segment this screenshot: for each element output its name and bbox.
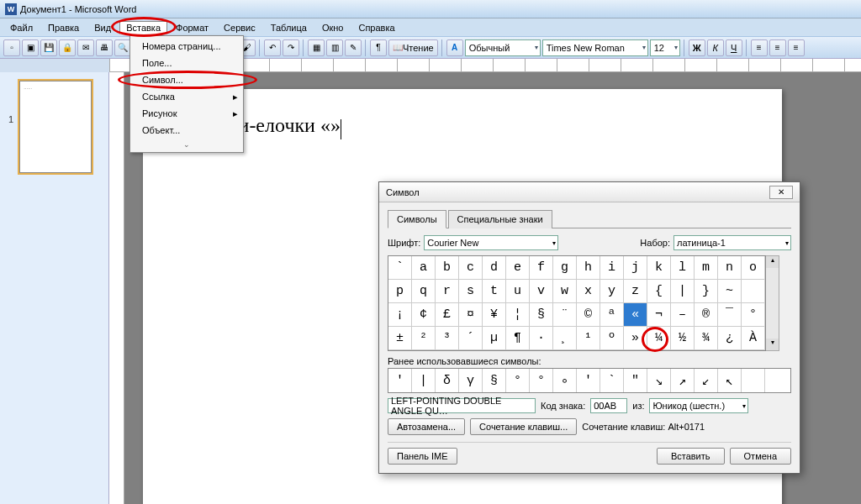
symbol-cell[interactable]: [742, 280, 765, 303]
menu-table[interactable]: Таблица: [264, 21, 314, 34]
menu-item-picture[interactable]: Рисунок▸: [130, 105, 243, 122]
symbol-cell[interactable]: ½: [671, 327, 695, 350]
symbol-cell[interactable]: µ: [483, 327, 506, 350]
symbol-cell[interactable]: l: [671, 256, 695, 280]
symbol-cell[interactable]: w: [553, 280, 577, 303]
read-button[interactable]: 📖 Чтение: [388, 39, 438, 56]
from-combo[interactable]: Юникод (шестн.): [649, 398, 748, 413]
recent-symbol-cell[interactable]: `: [600, 369, 624, 392]
symbol-cell[interactable]: f: [530, 256, 553, 280]
menu-file[interactable]: Файл: [3, 21, 40, 34]
symbol-cell[interactable]: `: [388, 256, 412, 280]
symbol-scrollbar[interactable]: ▴▾: [766, 255, 779, 351]
cancel-button[interactable]: Отмена: [730, 448, 791, 465]
symbol-cell[interactable]: e: [506, 256, 530, 280]
symbol-cell[interactable]: j: [624, 256, 647, 280]
recent-symbol-cell[interactable]: γ: [459, 369, 483, 392]
new-icon[interactable]: ▫: [3, 39, 20, 56]
code-input[interactable]: 00AB: [590, 398, 627, 413]
symbol-cell[interactable]: ¢: [412, 303, 436, 327]
redo-icon[interactable]: ↷: [283, 39, 299, 56]
recent-symbol-cell[interactable]: ∘: [553, 369, 577, 392]
recent-symbol-cell[interactable]: ″: [624, 369, 647, 392]
size-combo[interactable]: 12: [650, 39, 680, 56]
menu-view[interactable]: Вид: [87, 21, 118, 34]
symbol-cell[interactable]: ¿: [718, 327, 742, 350]
insert-menu-dropdown[interactable]: Номера страниц... Поле... Символ... Ссыл…: [129, 35, 244, 153]
symbol-cell[interactable]: v: [530, 280, 553, 303]
symbol-cell[interactable]: c: [459, 256, 483, 280]
insert-button[interactable]: Вставить: [657, 448, 725, 465]
symbol-cell[interactable]: s: [459, 280, 483, 303]
table-icon[interactable]: ▦: [308, 39, 325, 56]
underline-button[interactable]: Ч: [726, 39, 742, 56]
recent-symbol-cell[interactable]: |: [412, 369, 436, 392]
menu-expand-icon[interactable]: ⌄: [130, 139, 243, 150]
preview-icon[interactable]: 🔍: [114, 39, 131, 56]
menu-item-page-numbers[interactable]: Номера страниц...: [130, 38, 243, 55]
symbol-cell[interactable]: ¯: [718, 303, 742, 327]
symbol-cell[interactable]: p: [388, 280, 412, 303]
recent-symbol-cell[interactable]: ′: [577, 369, 600, 392]
align-right-icon[interactable]: ≡: [788, 39, 805, 56]
menu-window[interactable]: Окно: [315, 21, 351, 34]
recent-symbols[interactable]: ′|δγ§°°∘′`″↘↗↙↖: [388, 368, 791, 393]
recent-symbol-cell[interactable]: ↗: [671, 369, 695, 392]
print-icon[interactable]: 🖶: [96, 39, 113, 56]
symbol-cell[interactable]: k: [647, 256, 671, 280]
symbol-cell[interactable]: m: [695, 256, 718, 280]
style-combo[interactable]: Обычный: [465, 39, 541, 56]
menu-item-object[interactable]: Объект...: [130, 122, 243, 139]
columns-icon[interactable]: ▥: [326, 39, 343, 56]
bold-button[interactable]: Ж: [689, 39, 705, 56]
symbol-cell[interactable]: y: [600, 280, 624, 303]
recent-symbol-cell[interactable]: ↖: [718, 369, 742, 392]
symbol-cell[interactable]: {: [647, 280, 671, 303]
symbol-cell[interactable]: §: [530, 303, 553, 327]
symbol-cell[interactable]: ª: [600, 303, 624, 327]
symbol-cell[interactable]: –: [671, 303, 695, 327]
symbol-cell[interactable]: ¶: [506, 327, 530, 350]
symbol-cell[interactable]: o: [742, 256, 765, 280]
symbol-cell[interactable]: ¾: [695, 327, 718, 350]
align-left-icon[interactable]: ≡: [751, 39, 768, 56]
menu-item-symbol[interactable]: Символ...: [130, 71, 243, 88]
menu-format[interactable]: Формат: [169, 21, 215, 34]
recent-symbol-cell[interactable]: §: [483, 369, 506, 392]
symbol-cell[interactable]: ¤: [459, 303, 483, 327]
permissions-icon[interactable]: 🔒: [59, 39, 76, 56]
autocorrect-button[interactable]: Автозамена...: [388, 418, 465, 435]
undo-icon[interactable]: ↶: [264, 39, 281, 56]
menubar[interactable]: Файл Правка Вид Вставка Формат Сервис Та…: [0, 18, 861, 37]
symbol-cell[interactable]: «: [624, 303, 647, 327]
symbol-cell[interactable]: b: [436, 256, 459, 280]
pilcrow-icon[interactable]: ¶: [370, 39, 387, 56]
symbol-cell[interactable]: ·: [530, 327, 553, 350]
symbol-cell[interactable]: ¬: [647, 303, 671, 327]
symbol-cell[interactable]: ±: [388, 327, 412, 350]
recent-symbol-cell[interactable]: °: [530, 369, 553, 392]
ime-button[interactable]: Панель IME: [388, 448, 457, 465]
symbol-cell[interactable]: ¨: [553, 303, 577, 327]
save-icon[interactable]: 💾: [40, 39, 57, 56]
menu-insert[interactable]: Вставка: [119, 21, 167, 34]
align-center-icon[interactable]: ≡: [769, 39, 786, 56]
symbol-cell[interactable]: t: [483, 280, 506, 303]
menu-help[interactable]: Справка: [351, 21, 401, 34]
font-combo[interactable]: Times New Roman: [542, 39, 648, 56]
symbol-cell[interactable]: g: [553, 256, 577, 280]
symbol-cell[interactable]: x: [577, 280, 600, 303]
recent-symbol-cell[interactable]: ↙: [695, 369, 718, 392]
tab-symbols[interactable]: Символы: [388, 210, 446, 228]
recent-symbol-cell[interactable]: δ: [436, 369, 459, 392]
symbol-cell[interactable]: r: [436, 280, 459, 303]
symbol-cell[interactable]: ¼: [647, 327, 671, 350]
symbol-cell[interactable]: ¥: [483, 303, 506, 327]
symbol-cell[interactable]: n: [718, 256, 742, 280]
styles-icon[interactable]: A: [446, 39, 463, 56]
symbol-cell[interactable]: u: [506, 280, 530, 303]
menu-edit[interactable]: Правка: [41, 21, 86, 34]
page-thumbnail[interactable]: ......: [19, 81, 92, 173]
recent-symbol-cell[interactable]: [742, 369, 765, 392]
recent-symbol-cell[interactable]: °: [506, 369, 530, 392]
